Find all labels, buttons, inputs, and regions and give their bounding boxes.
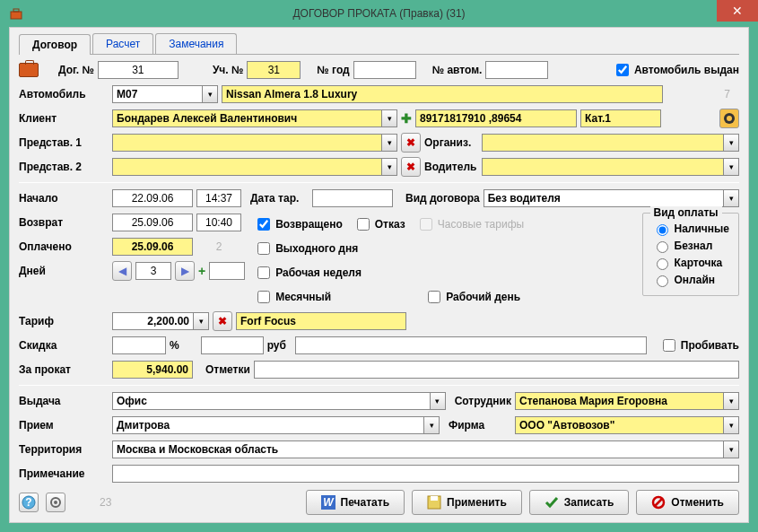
tariff-input[interactable] <box>112 312 193 330</box>
days-input[interactable] <box>135 262 171 280</box>
punch-checkbox[interactable]: Пробивать <box>659 336 739 354</box>
payment-noncash-radio[interactable]: Безнал <box>652 239 729 253</box>
print-button[interactable]: W Печатать <box>306 490 405 515</box>
cancel-button[interactable]: Отменить <box>636 490 739 515</box>
start-time-input[interactable] <box>196 189 241 207</box>
uch-no-input[interactable] <box>247 61 301 79</box>
client-input[interactable] <box>112 109 381 127</box>
save-button[interactable]: Записать <box>529 490 630 515</box>
rep2-input[interactable] <box>112 158 381 176</box>
close-button[interactable]: ✕ <box>717 0 758 22</box>
refusal-checkbox[interactable]: Отказ <box>353 215 405 233</box>
workweek-checkbox[interactable]: Рабочая неделя <box>254 264 362 282</box>
label-discount: Скидка <box>19 339 109 352</box>
days-prev-button[interactable]: ◀ <box>112 261 132 281</box>
payment-online-radio[interactable]: Онлайн <box>652 273 729 287</box>
auto-name-input[interactable] <box>222 85 663 103</box>
firm-input[interactable] <box>515 416 723 434</box>
employee-input[interactable] <box>515 392 723 410</box>
tariff-clear-button[interactable]: ✖ <box>213 311 232 331</box>
footer-num: 23 <box>100 496 111 509</box>
receipt-input[interactable] <box>112 416 423 434</box>
check-icon <box>545 495 559 510</box>
paid-date-input[interactable] <box>112 238 193 256</box>
tariff-name-input[interactable] <box>236 312 406 330</box>
marks-input[interactable] <box>254 361 739 379</box>
client-cat-input[interactable] <box>580 109 661 127</box>
note-input[interactable] <box>112 465 739 483</box>
rep1-dropdown[interactable]: ▾ <box>381 134 397 152</box>
label-note: Примечание <box>19 467 109 480</box>
auto-issued-check[interactable] <box>616 64 629 76</box>
tab-contract[interactable]: Договор <box>19 34 91 55</box>
auto-right-text: 7 <box>724 88 730 100</box>
paid-right-text: 2 <box>196 240 241 253</box>
return-date-input[interactable] <box>112 214 193 231</box>
returned-checkbox[interactable]: Возвращено <box>254 215 343 233</box>
days-extra-input[interactable] <box>209 262 245 280</box>
rental-input[interactable] <box>112 361 193 379</box>
auto-code-input[interactable] <box>112 85 202 103</box>
no-auto-input[interactable] <box>485 61 548 79</box>
rep2-clear-button[interactable]: ✖ <box>401 157 421 177</box>
auto-code-dropdown[interactable]: ▾ <box>202 85 218 103</box>
firm-dropdown[interactable]: ▾ <box>723 416 739 434</box>
contract-type-input[interactable] <box>484 189 723 207</box>
return-time-input[interactable] <box>196 214 241 231</box>
client-phone-input[interactable] <box>415 109 577 127</box>
svg-rect-1 <box>13 9 19 12</box>
add-client-icon[interactable]: ✚ <box>401 111 412 126</box>
employee-dropdown[interactable]: ▾ <box>723 392 739 410</box>
settings-button[interactable] <box>46 493 65 512</box>
contract-type-dropdown[interactable]: ▾ <box>723 189 739 207</box>
territory-dropdown[interactable]: ▾ <box>723 440 739 458</box>
discount-pct-input[interactable] <box>112 336 166 354</box>
driver-dropdown[interactable]: ▾ <box>723 158 739 176</box>
label-contract-type: Вид договора <box>405 192 480 205</box>
date-tar-input[interactable] <box>312 189 393 207</box>
svg-rect-11 <box>431 496 438 501</box>
organ-dropdown[interactable]: ▾ <box>723 134 739 152</box>
rep2-dropdown[interactable]: ▾ <box>381 158 397 176</box>
rep1-clear-button[interactable]: ✖ <box>401 133 421 153</box>
label-driver: Водитель <box>424 161 478 173</box>
driver-input[interactable] <box>482 158 723 176</box>
apply-button[interactable]: Применить <box>412 490 522 515</box>
days-add-icon[interactable]: + <box>198 264 205 278</box>
help-button[interactable]: ? <box>19 493 39 512</box>
label-no-year: № год <box>317 64 349 76</box>
weekend-checkbox[interactable]: Выходного дня <box>254 240 358 257</box>
rep1-input[interactable] <box>112 134 381 152</box>
briefcase-icon <box>19 63 39 77</box>
monthly-checkbox[interactable]: Месячный <box>254 288 331 306</box>
issue-dropdown[interactable]: ▾ <box>430 392 446 410</box>
receipt-dropdown[interactable]: ▾ <box>423 416 440 434</box>
label-receipt: Прием <box>19 419 109 432</box>
payment-card-radio[interactable]: Карточка <box>652 256 729 270</box>
territory-input[interactable] <box>112 440 723 458</box>
discount-rub-input[interactable] <box>201 336 264 354</box>
label-firm: Фирма <box>449 419 511 432</box>
window: ДОГОВОР ПРОКАТА (Правка) (31) ✕ Договор … <box>0 0 758 532</box>
label-date-tar: Дата тар. <box>250 192 309 205</box>
payment-cash-radio[interactable]: Наличные <box>652 222 729 236</box>
client-dropdown[interactable]: ▾ <box>381 109 397 127</box>
tab-calc[interactable]: Расчет <box>92 33 153 54</box>
dog-no-input[interactable] <box>98 61 179 79</box>
no-year-input[interactable] <box>353 61 416 79</box>
tariff-dropdown[interactable]: ▾ <box>193 312 209 330</box>
start-date-input[interactable] <box>112 189 193 207</box>
label-dog-no: Дог. № <box>58 64 94 76</box>
issue-input[interactable] <box>112 392 430 410</box>
tab-bar: Договор Расчет Замечания <box>19 33 739 55</box>
organ-input[interactable] <box>482 134 723 152</box>
svg-text:?: ? <box>25 496 31 509</box>
content-panel: Договор Расчет Замечания Дог. № Уч. № № … <box>9 27 749 523</box>
client-warn-button[interactable] <box>719 109 739 128</box>
workday-checkbox[interactable]: Рабочий день <box>424 288 520 306</box>
discount-extra-input[interactable] <box>295 336 647 354</box>
svg-rect-0 <box>11 12 22 19</box>
days-next-button[interactable]: ▶ <box>175 261 195 281</box>
tab-notes[interactable]: Замечания <box>155 33 237 54</box>
auto-issued-checkbox[interactable]: Автомобиль выдан <box>613 61 739 79</box>
